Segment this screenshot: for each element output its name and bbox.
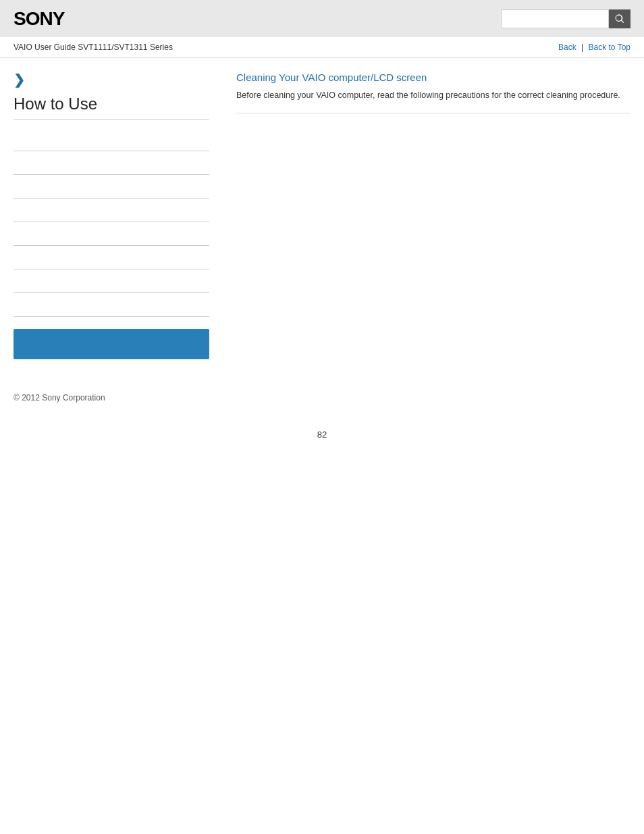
search-container xyxy=(501,9,630,28)
list-item xyxy=(14,175,209,199)
sidebar-title: How to Use xyxy=(14,95,209,120)
guide-title: VAIO User Guide SVT1111/SVT1311 Series xyxy=(14,43,173,52)
nav-links: Back | Back to Top xyxy=(558,43,630,52)
copyright-text: © 2012 Sony Corporation xyxy=(14,393,630,402)
nav-separator: | xyxy=(581,43,583,52)
article-title-link[interactable]: Cleaning Your VAIO computer/LCD screen xyxy=(236,72,630,83)
nav-bar: VAIO User Guide SVT1111/SVT1311 Series B… xyxy=(0,37,644,58)
article-description: Before cleaning your VAIO computer, read… xyxy=(236,88,630,113)
header: SONY xyxy=(0,0,644,37)
back-to-top-link[interactable]: Back to Top xyxy=(589,43,630,52)
back-link[interactable]: Back xyxy=(558,43,576,52)
list-item xyxy=(14,128,209,151)
footer: © 2012 Sony Corporation xyxy=(0,373,644,416)
sony-logo: SONY xyxy=(14,8,64,30)
search-input[interactable] xyxy=(501,9,609,28)
list-item xyxy=(14,199,209,222)
sidebar-blue-bar xyxy=(14,329,209,359)
sidebar-link-3[interactable] xyxy=(14,182,209,191)
list-item xyxy=(14,246,209,269)
list-item xyxy=(14,151,209,175)
sidebar-link-4[interactable] xyxy=(14,205,209,215)
search-icon xyxy=(614,14,625,24)
sidebar-link-1[interactable] xyxy=(14,134,209,144)
list-item xyxy=(14,269,209,293)
sidebar-link-2[interactable] xyxy=(14,158,209,167)
list-item xyxy=(14,222,209,246)
sidebar-link-8[interactable] xyxy=(14,300,209,309)
main-content: ❯ How to Use xyxy=(0,58,644,373)
sidebar-link-5[interactable] xyxy=(14,229,209,238)
content-area: Cleaning Your VAIO computer/LCD screen B… xyxy=(223,72,630,359)
search-button[interactable] xyxy=(609,9,630,28)
list-item xyxy=(14,293,209,317)
sidebar-items xyxy=(14,128,209,317)
sidebar: ❯ How to Use xyxy=(14,72,223,359)
chevron-icon: ❯ xyxy=(14,72,209,88)
page-number: 82 xyxy=(0,416,644,453)
sidebar-link-7[interactable] xyxy=(14,276,209,286)
sidebar-link-6[interactable] xyxy=(14,253,209,262)
